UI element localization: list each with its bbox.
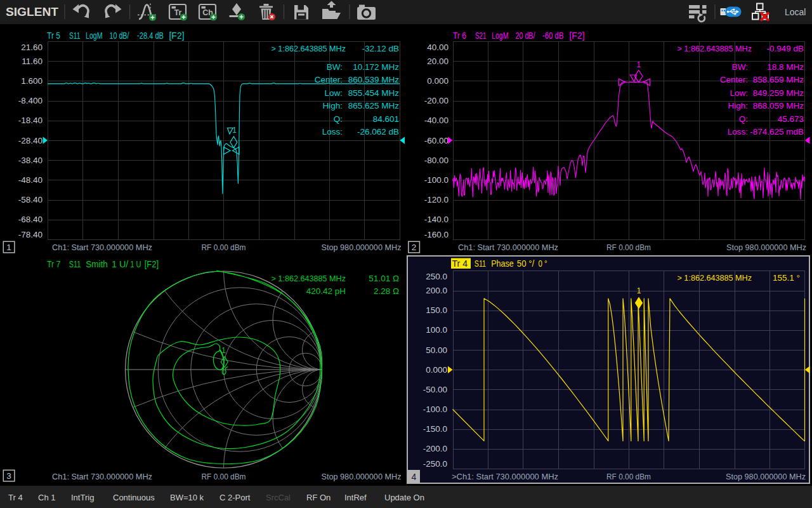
svg-text:High:: High: xyxy=(322,101,343,110)
svg-text:10.172 MHz: 10.172 MHz xyxy=(353,62,399,72)
svg-text:Ch1: Start 730.000000 MHz: Ch1: Start 730.000000 MHz xyxy=(52,472,152,481)
svg-text:-18.40: -18.40 xyxy=(18,116,43,125)
svg-text:-28.40: -28.40 xyxy=(18,136,43,145)
svg-text:-80.00: -80.00 xyxy=(424,156,449,165)
svg-text:-150.0: -150.0 xyxy=(423,424,447,434)
svg-text:51.01 Ω: 51.01 Ω xyxy=(369,274,399,283)
svg-text:40.00: 40.00 xyxy=(427,43,449,52)
svg-text:-160.0: -160.0 xyxy=(424,230,449,239)
svg-text:-250.0: -250.0 xyxy=(423,459,447,469)
svg-text:2.28 Ω: 2.28 Ω xyxy=(374,286,399,296)
svg-text:855.454 MHz: 855.454 MHz xyxy=(348,88,400,98)
svg-text:LogM: LogM xyxy=(86,30,103,41)
svg-text:Low:: Low: xyxy=(730,88,748,98)
svg-text:IntTrig: IntTrig xyxy=(71,493,94,502)
svg-text:RF 0.00 dBm: RF 0.00 dBm xyxy=(606,243,651,252)
svg-text:-874.625 mdB: -874.625 mdB xyxy=(750,127,804,137)
svg-text:3: 3 xyxy=(6,471,11,481)
svg-text:S11: S11 xyxy=(69,30,81,41)
svg-text:> 1:862.643885 MHz: > 1:862.643885 MHz xyxy=(272,274,346,283)
svg-text:858.659 MHz: 858.659 MHz xyxy=(753,75,804,84)
svg-text:1: 1 xyxy=(6,243,11,252)
svg-text:-78.40: -78.40 xyxy=(18,230,43,239)
svg-text:1 U/: 1 U/ xyxy=(112,258,129,269)
svg-text:Stop 980.000000 MHz: Stop 980.000000 MHz xyxy=(726,243,806,252)
svg-text:155.1 °: 155.1 ° xyxy=(773,273,800,283)
svg-text:RF 0.00 dBm: RF 0.00 dBm xyxy=(202,472,246,481)
svg-text:84.601: 84.601 xyxy=(373,114,399,124)
svg-text:RF 0.00 dBm: RF 0.00 dBm xyxy=(606,472,651,481)
svg-text:-50.00: -50.00 xyxy=(423,385,447,394)
svg-text:Phase: Phase xyxy=(491,258,514,269)
svg-text:868.059 MHz: 868.059 MHz xyxy=(753,101,804,110)
svg-text:-20.00: -20.00 xyxy=(424,96,449,105)
svg-text:Ch1: Start 730.000000 MHz: Ch1: Start 730.000000 MHz xyxy=(52,243,152,252)
svg-text:[F2]: [F2] xyxy=(145,258,159,269)
svg-text:-120.0: -120.0 xyxy=(424,195,449,204)
svg-text:> 1:862.643885 MHz: > 1:862.643885 MHz xyxy=(678,273,752,283)
svg-text:1: 1 xyxy=(637,286,641,295)
svg-text:Loss:: Loss: xyxy=(322,127,343,137)
svg-text:S11: S11 xyxy=(475,258,486,269)
svg-text:C 2-Port: C 2-Port xyxy=(219,493,251,502)
svg-text:BW:: BW: xyxy=(327,62,343,72)
svg-text:865.625 MHz: 865.625 MHz xyxy=(348,101,400,110)
svg-text:50.00: 50.00 xyxy=(426,345,447,355)
svg-text:Center:: Center: xyxy=(720,75,748,84)
svg-text:849.259 MHz: 849.259 MHz xyxy=(753,88,804,98)
svg-text:Tr 6: Tr 6 xyxy=(453,30,466,41)
svg-text:-8.400: -8.400 xyxy=(18,96,43,105)
svg-text:Ch 1: Ch 1 xyxy=(38,493,55,502)
svg-text:LogM: LogM xyxy=(492,30,509,41)
svg-text:-0.949 dB: -0.949 dB xyxy=(766,44,804,53)
svg-text:-140.0: -140.0 xyxy=(424,215,449,224)
svg-text:-200.0: -200.0 xyxy=(423,444,447,453)
svg-text:20 dB/: 20 dB/ xyxy=(516,30,536,41)
svg-text:45.673: 45.673 xyxy=(778,114,804,124)
svg-text:2: 2 xyxy=(412,243,417,252)
svg-text:-48.40: -48.40 xyxy=(18,175,43,185)
svg-text:150.0: 150.0 xyxy=(426,305,447,315)
svg-text:[F2]: [F2] xyxy=(169,30,185,41)
svg-text:Tr 5: Tr 5 xyxy=(47,30,60,41)
svg-text:-60.00: -60.00 xyxy=(424,136,449,145)
svg-text:Q:: Q: xyxy=(334,114,343,124)
svg-text:20.00: 20.00 xyxy=(427,57,449,66)
svg-text:-100.0: -100.0 xyxy=(424,175,449,185)
svg-text:420.42 pH: 420.42 pH xyxy=(306,286,346,296)
svg-text:Update On: Update On xyxy=(384,493,424,502)
svg-text:-68.40: -68.40 xyxy=(18,215,43,224)
svg-text:BW:: BW: xyxy=(732,62,748,72)
svg-text:4: 4 xyxy=(412,472,417,482)
svg-text:SrcCal: SrcCal xyxy=(266,493,291,502)
svg-text:Continuous: Continuous xyxy=(113,493,155,502)
svg-text:S11: S11 xyxy=(69,258,81,269)
svg-text:Q:: Q: xyxy=(739,114,748,124)
svg-text:21.60: 21.60 xyxy=(21,43,43,52)
svg-text:Tr 7: Tr 7 xyxy=(47,258,60,269)
svg-text:Tr 4: Tr 4 xyxy=(452,258,468,269)
svg-text:> 1:862.643885 MHz: > 1:862.643885 MHz xyxy=(272,44,346,53)
svg-text:Tr 4: Tr 4 xyxy=(8,493,23,502)
svg-text:250.0: 250.0 xyxy=(426,272,447,281)
svg-text:0 °: 0 ° xyxy=(538,258,547,269)
svg-text:-58.40: -58.40 xyxy=(18,195,43,204)
svg-text:-40.00: -40.00 xyxy=(424,116,449,125)
svg-text:-26.062 dB: -26.062 dB xyxy=(357,127,399,137)
svg-text:BW=10 k: BW=10 k xyxy=(170,493,204,502)
svg-text:10 dB/: 10 dB/ xyxy=(110,30,130,41)
svg-text:> 1:862.643885 MHz: > 1:862.643885 MHz xyxy=(678,44,752,53)
svg-text:-38.40: -38.40 xyxy=(18,156,43,165)
svg-text:Stop 980.000000 MHz: Stop 980.000000 MHz xyxy=(322,243,402,252)
svg-text:-60 dB: -60 dB xyxy=(542,30,564,41)
svg-text:1 U: 1 U xyxy=(130,258,141,269)
svg-text:High:: High: xyxy=(728,101,748,110)
svg-text:0.000: 0.000 xyxy=(426,365,447,375)
svg-text:IntRef: IntRef xyxy=(344,493,367,502)
svg-text:Local: Local xyxy=(785,7,806,17)
svg-text:>Ch1: Start 730.000000 MHz: >Ch1: Start 730.000000 MHz xyxy=(452,472,558,481)
svg-text:18.8 MHz: 18.8 MHz xyxy=(767,62,804,72)
svg-text:Ch1: Start 730.000000 MHz: Ch1: Start 730.000000 MHz xyxy=(458,243,558,252)
svg-text:Stop 980.000000 MHz: Stop 980.000000 MHz xyxy=(726,472,806,481)
svg-text:1: 1 xyxy=(221,346,226,355)
